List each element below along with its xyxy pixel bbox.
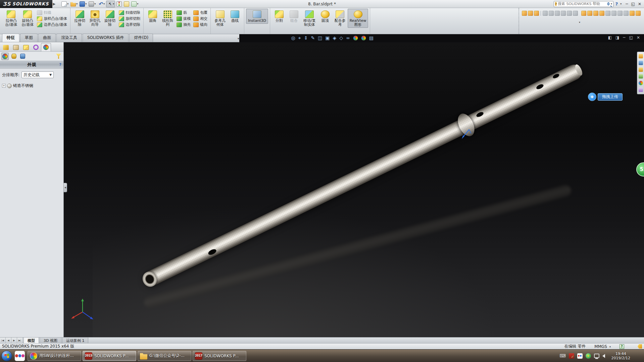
ribbon-small-button[interactable]: 放样凸台/基体 <box>37 16 67 21</box>
ribbon-button[interactable]: 分割 <box>272 9 287 28</box>
resources-icon[interactable] <box>639 54 643 58</box>
toolbar-tool-icon[interactable] <box>624 11 629 16</box>
ribbon-small-button[interactable]: 筋 <box>177 10 191 15</box>
panel-collapse-handle[interactable]: ◀ <box>64 183 67 192</box>
ribbon-button[interactable]: 组合 <box>287 9 301 28</box>
ribbon-button[interactable]: 配合参 考 <box>333 9 348 28</box>
tab-nav-arrow[interactable]: |◀ <box>0 338 6 343</box>
ribbon-small-button[interactable]: 拔模 <box>177 16 191 21</box>
toolbar-tool-icon[interactable] <box>573 11 578 16</box>
view-palette-icon[interactable] <box>639 74 643 79</box>
filter-button[interactable] <box>55 53 62 60</box>
help-search-box[interactable]: ? ▾ <box>554 1 613 7</box>
ribbon-button[interactable]: 旋转凸 台/基体 <box>19 9 36 28</box>
ribbon-button[interactable]: 移动/复 制实体 <box>301 9 318 28</box>
ribbon-button[interactable]: 参考几 何体 <box>212 9 228 28</box>
help-caret-icon[interactable]: ▾ <box>620 2 622 5</box>
restore-button[interactable]: ◱ <box>631 2 635 6</box>
ribbon-small-button[interactable]: 相交 <box>193 16 207 21</box>
toolbar-tool-icon[interactable] <box>581 11 586 16</box>
search-icon[interactable] <box>607 2 609 5</box>
sort-order-dropdown[interactable]: 历史记载 ▼ <box>21 71 54 78</box>
tree-expander-icon[interactable]: + <box>2 84 6 88</box>
open-button[interactable]: ▾ <box>70 1 78 7</box>
tab-configuration-manager[interactable] <box>21 43 31 51</box>
graphics-viewport[interactable]: ❖ 拖拽上传 55 ◀ <box>64 42 644 337</box>
ribbon-small-button[interactable]: 镜向 <box>193 22 207 27</box>
ribbon-small-button[interactable]: 包覆 <box>193 10 207 15</box>
ribbon-button[interactable]: 圆顶 <box>318 9 333 28</box>
custom-properties-icon[interactable] <box>639 88 643 92</box>
toolbar-tool-icon[interactable] <box>561 11 566 16</box>
toolbar-tool-icon[interactable] <box>543 11 548 16</box>
recorder-badge[interactable]: 55 <box>636 162 644 176</box>
toolbar-tool-icon[interactable]: ▾ <box>579 21 580 24</box>
ribbon-button[interactable]: Instant3D <box>246 9 268 24</box>
design-library-icon[interactable] <box>639 61 643 65</box>
help-button[interactable]: ? <box>615 1 618 6</box>
view-decals-button[interactable] <box>10 53 17 60</box>
appearance-tree-item[interactable]: + 铸造不锈钢 <box>0 80 63 91</box>
pinned-app-button[interactable] <box>15 351 25 361</box>
toolbar-tool-icon[interactable] <box>587 11 592 16</box>
antivirus-tray-icon[interactable]: + <box>586 353 591 359</box>
taskbar-window-button[interactable]: 用SW设计的连杆... <box>28 351 81 361</box>
command-tab[interactable]: 焊件(D) <box>129 34 153 42</box>
toolbar-tool-icon[interactable] <box>617 11 623 16</box>
solidworks-tray-icon[interactable]: ✓ <box>569 353 574 359</box>
panel-help-icon[interactable]: ? <box>59 62 61 67</box>
toolbar-tool-icon[interactable] <box>528 11 533 16</box>
units-selector[interactable]: MMGS ▴ <box>594 344 611 349</box>
hud-icon[interactable]: ◈ <box>333 35 337 41</box>
model-view-tab[interactable]: 模型 <box>23 338 39 343</box>
hud-icon[interactable]: ▤ <box>369 35 374 41</box>
hud-icon[interactable]: ◇ <box>339 35 344 41</box>
doc-window-control[interactable]: ◧ <box>608 35 612 40</box>
close-button[interactable]: ✕ <box>638 2 641 6</box>
toolbar-tool-icon[interactable] <box>567 11 572 16</box>
command-tab[interactable]: SOLIDWORKS 插件 <box>83 34 129 42</box>
doc-window-control[interactable]: ─ <box>623 35 625 40</box>
cloud-drive-tray-icon[interactable] <box>577 353 583 359</box>
tab-feature-manager[interactable] <box>1 43 11 51</box>
doc-window-control[interactable]: ◨ <box>615 35 619 40</box>
toolbar-tool-icon[interactable] <box>534 11 539 16</box>
hud-icon[interactable]: ◎ <box>291 35 296 41</box>
tab-dimxpert-manager[interactable] <box>31 43 41 51</box>
ribbon-small-button[interactable]: 放样切割 <box>119 16 140 21</box>
tag-icon[interactable] <box>638 344 642 349</box>
hud-icon[interactable] <box>353 36 359 41</box>
hud-icon[interactable] <box>361 36 367 41</box>
doc-window-control[interactable]: ✕ <box>637 35 640 40</box>
toolbar-tool-icon[interactable] <box>593 11 598 16</box>
print-button[interactable]: ▾ <box>88 1 96 7</box>
taskbar-window-button[interactable]: 2015 SOLIDWORKS P... <box>83 351 136 361</box>
toolbar-tool-icon[interactable] <box>599 11 604 16</box>
hud-icon[interactable]: ⌖ <box>298 35 302 41</box>
ribbon-button[interactable]: 拉伸切 除 <box>72 9 87 28</box>
model-view-tab[interactable]: 运动算例 1 <box>62 338 89 343</box>
drag-upload-overlay[interactable]: ❖ 拖拽上传 <box>588 93 623 101</box>
hud-icon[interactable]: ▣ <box>325 35 330 41</box>
view-scene-lights-button[interactable] <box>19 53 26 60</box>
toolbar-tool-icon[interactable] <box>541 11 541 16</box>
search-input[interactable] <box>558 2 606 6</box>
ribbon-small-button[interactable]: 抽壳 <box>177 22 191 27</box>
tab-display-manager[interactable] <box>41 43 51 51</box>
tab-nav-arrow[interactable]: ▶ <box>11 338 17 343</box>
save-button[interactable]: ▾ <box>79 1 87 7</box>
hud-icon[interactable]: ∞ <box>346 35 351 41</box>
options-button[interactable]: ▾ <box>131 1 139 7</box>
ribbon-small-button[interactable]: 边界切除 <box>119 22 140 27</box>
undo-button[interactable]: ↶▾ <box>97 1 105 7</box>
network-tray-icon[interactable] <box>594 354 599 358</box>
ribbon-button[interactable]: RealView 图形 <box>348 9 368 28</box>
keyboard-tray-icon[interactable]: ⌨ <box>560 353 566 359</box>
command-tab[interactable]: 渲染工具 <box>56 34 82 42</box>
rebuild-button[interactable] <box>116 1 122 7</box>
hud-icon[interactable]: ◫ <box>318 35 323 41</box>
file-explorer-icon[interactable] <box>639 67 643 72</box>
view-appearances-button[interactable] <box>1 53 9 60</box>
new-document-button[interactable]: ▾ <box>61 1 69 7</box>
ribbon-small-button[interactable]: 扫描 <box>37 10 67 15</box>
